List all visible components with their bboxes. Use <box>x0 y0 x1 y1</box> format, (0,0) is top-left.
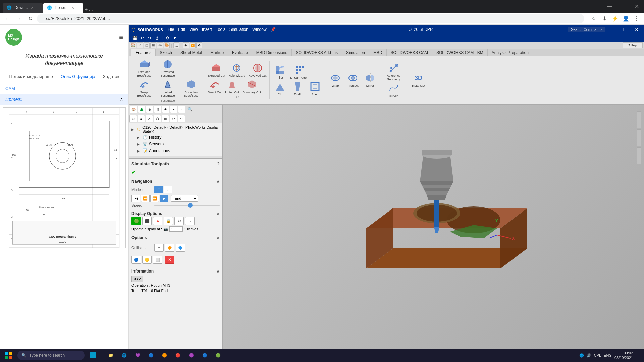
close-button[interactable]: ✕ <box>632 2 641 11</box>
rib-btn[interactable]: Rib <box>272 80 288 97</box>
sw-minimize[interactable]: — <box>608 25 617 34</box>
view-orient[interactable]: ↗ <box>137 42 143 48</box>
taskbar-app-firefox[interactable]: 🟠 <box>158 349 170 361</box>
tab-sw-cam-tbm[interactable]: SOLIDWORKS CAM TBM <box>432 49 488 56</box>
nav-drawing[interactable]: Цртеж и моделирање <box>7 73 56 80</box>
qat-print[interactable]: 🖨 <box>154 35 160 41</box>
bookmark-icon[interactable]: ☆ <box>589 14 598 23</box>
tab-mbd[interactable]: MBD <box>369 49 387 56</box>
vp-btn-2[interactable] <box>637 129 641 146</box>
home-btn[interactable]: 🏠 <box>130 42 136 48</box>
disp-btn-5[interactable]: ⚙ <box>174 217 184 225</box>
fp-btn2-6[interactable]: ↩ <box>170 115 177 122</box>
taskbar-app-other[interactable]: 🟢 <box>212 349 224 361</box>
address-bar[interactable]: file:///F:/Skolska_2021_2022/Web... <box>37 14 584 23</box>
swept-boss-btn[interactable]: Swept Boss/Base <box>133 78 156 99</box>
magnet-btn[interactable]: ⚙ <box>196 42 202 48</box>
tab-analysis[interactable]: Analysis Preparation <box>488 49 533 56</box>
tab-features[interactable]: Features <box>131 49 156 56</box>
tab-simulation[interactable]: Simulation <box>342 49 369 56</box>
menu-icon[interactable]: ⋮ <box>632 14 641 23</box>
edit-appear[interactable]: 🎨 <box>164 42 170 48</box>
simulate-help-icon[interactable]: ? <box>217 161 220 166</box>
taskbar-app-edge[interactable]: 🌐 <box>118 349 130 361</box>
viewport-3d[interactable]: X Y <box>223 105 644 355</box>
new-tab-button[interactable]: + <box>85 7 88 13</box>
tray-volume[interactable]: 🔊 <box>587 353 591 358</box>
speed-slider[interactable] <box>154 205 220 206</box>
ft-sensors[interactable]: ▶ 📡 Sensors <box>130 141 221 147</box>
start-button[interactable] <box>3 349 15 361</box>
coll-act-3[interactable]: ⬜ <box>153 256 162 264</box>
taskbar-app-cam[interactable]: 🟣 <box>185 349 197 361</box>
instant3d-btn[interactable]: 3D Instant3D <box>410 72 427 88</box>
browser-tab-2[interactable]: 🌐 Почет... ✕ <box>43 3 83 13</box>
taskbar-app-media[interactable]: 🔴 <box>172 349 184 361</box>
fp-btn2-2[interactable]: ◈ <box>138 115 145 122</box>
update-input[interactable] <box>169 226 183 232</box>
tab-evaluate[interactable]: Evaluate <box>228 49 252 56</box>
qat-undo[interactable]: ↩ <box>139 35 146 41</box>
linear-pattern-btn[interactable]: Linear Pattern <box>289 64 311 80</box>
tray-network[interactable]: 🌐 <box>579 353 584 358</box>
sw-close[interactable]: ✕ <box>632 25 641 34</box>
fp-btn2-7[interactable]: ↪ <box>178 115 185 122</box>
tab-markup[interactable]: Markup <box>206 49 228 56</box>
opts-section-header[interactable]: Options ∧ <box>131 234 220 241</box>
hide-show[interactable]: 👁 <box>157 42 163 48</box>
info-section-header[interactable]: Information ∧ <box>131 268 220 275</box>
fp-btn2-5[interactable]: ⊞ <box>162 115 169 122</box>
mirror-btn[interactable]: Mirror <box>362 72 379 88</box>
minimize-button[interactable]: — <box>605 2 614 11</box>
cam-label[interactable]: CAM <box>0 83 128 94</box>
mode-btn-1[interactable]: ⊞ <box>154 186 163 193</box>
disp-btn-1[interactable]: 🟢 <box>131 217 141 225</box>
lofted-cut-btn[interactable]: Lofted Cut <box>224 78 240 95</box>
draft-btn[interactable]: Draft <box>289 80 306 97</box>
download-icon[interactable]: ⬇ <box>600 14 609 23</box>
hole-wizard-btn[interactable]: Hole Wizard <box>227 62 247 78</box>
menu-simulation[interactable]: Simulation <box>229 27 248 32</box>
taskbar-app-chrome[interactable]: 🔵 <box>145 349 157 361</box>
intersect-btn[interactable]: Intersect <box>344 72 361 88</box>
hamburger-menu[interactable]: ≡ <box>119 34 123 41</box>
refresh-button[interactable]: ↻ <box>25 14 35 23</box>
lofted-boss-btn[interactable]: Lofted Boss/Base <box>156 78 179 99</box>
menu-file[interactable]: File <box>168 27 174 32</box>
nav-description[interactable]: Опис G функција <box>58 73 98 80</box>
fp-prop-btn[interactable]: ⊕ <box>146 106 153 113</box>
tab1-close[interactable]: ✕ <box>31 6 34 10</box>
coll-act-2[interactable]: 🟡 <box>142 256 152 264</box>
forward-button[interactable]: → <box>14 14 23 23</box>
drawing-section-header[interactable]: Цртеж: ∧ <box>0 94 128 105</box>
tab-prev-arrow[interactable]: ‹ <box>89 8 90 13</box>
qat-dropdown[interactable]: ▼ <box>171 35 178 41</box>
boundary-boss-btn[interactable]: Boundary Boss/Base <box>180 78 203 99</box>
more-tools[interactable]: … <box>173 42 179 48</box>
back-button[interactable]: ← <box>3 14 12 23</box>
fp-filter-btn[interactable]: 🔍 <box>186 106 194 113</box>
snap-btn[interactable]: ⊕ <box>183 42 189 48</box>
ft-annotations[interactable]: ▶ 📝 Annotations <box>130 147 221 154</box>
fp-btn2-4[interactable]: ⬡ <box>154 115 161 122</box>
taskbar-time[interactable]: 00:02 03/10/2021 <box>614 351 633 360</box>
show-desktop[interactable]: ▕ <box>636 353 641 358</box>
fp-disp-btn[interactable]: 👁 <box>162 106 169 113</box>
next-btn[interactable]: ⏩ <box>150 195 159 202</box>
curves-btn[interactable]: Curves <box>382 82 405 99</box>
filter-btn[interactable]: 🔽 <box>190 42 196 48</box>
tab-sw-addins[interactable]: SOLIDWORKS Add-Ins <box>292 49 342 56</box>
sections[interactable]: ⊞ <box>150 42 156 48</box>
coll-btn-2[interactable]: 🔶 <box>165 244 174 252</box>
disp-btn-6[interactable]: → <box>185 217 195 225</box>
prev-btn[interactable]: ⏪ <box>141 195 150 202</box>
maximize-button[interactable]: □ <box>619 2 628 11</box>
extruded-cut-btn[interactable]: Extruded Cut <box>206 62 227 78</box>
coll-btn-3[interactable]: 🔷 <box>176 244 185 252</box>
boundary-cut-btn[interactable]: Boundary Cut <box>241 78 262 95</box>
tray-language[interactable]: ENG <box>604 353 612 357</box>
menu-view[interactable]: View <box>189 27 198 32</box>
shell-btn[interactable]: Shell <box>307 80 323 97</box>
vp-btn-3[interactable] <box>637 147 641 164</box>
fp-btn2-1[interactable]: ⊕ <box>129 115 137 122</box>
